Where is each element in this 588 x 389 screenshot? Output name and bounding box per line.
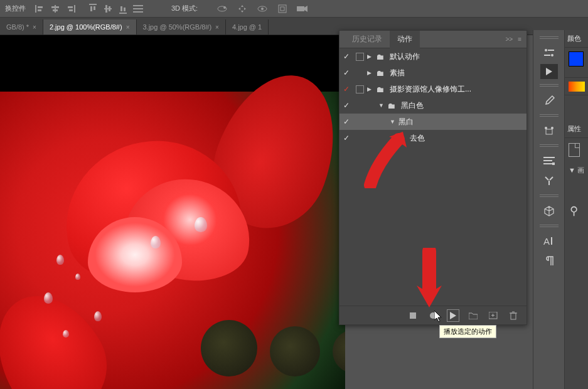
tab-label: GB/8) * bbox=[6, 23, 29, 31]
3d-orbit-icon[interactable] bbox=[215, 2, 229, 16]
svg-rect-46 bbox=[552, 163, 555, 165]
new-action-button[interactable] bbox=[488, 310, 499, 321]
close-icon[interactable]: × bbox=[215, 24, 219, 31]
svg-rect-26 bbox=[281, 7, 284, 11]
document-icon[interactable] bbox=[569, 143, 580, 157]
svg-rect-25 bbox=[279, 5, 286, 13]
document-tab[interactable]: 3.jpg @ 50%(RGB/8#) × bbox=[137, 19, 226, 35]
tab-label: 3.jpg @ 50%(RGB/8#) bbox=[143, 23, 212, 31]
play-button[interactable] bbox=[447, 310, 459, 321]
action-label: 素描 bbox=[390, 68, 405, 78]
align-top-icon[interactable] bbox=[86, 2, 100, 16]
foreground-color-swatch[interactable] bbox=[569, 51, 584, 67]
checkmark-icon[interactable]: ✓ bbox=[339, 134, 353, 142]
paragraph-styles-icon[interactable] bbox=[539, 152, 559, 169]
action-set-row[interactable]: ✓ ▶ 🖿 默认动作 bbox=[339, 48, 527, 65]
3d-camera-icon[interactable] bbox=[296, 2, 309, 16]
grip-icon[interactable] bbox=[540, 36, 559, 39]
3d-icon[interactable] bbox=[539, 202, 559, 220]
adjustments-icon[interactable] bbox=[539, 44, 559, 61]
distribute-icon[interactable] bbox=[131, 2, 145, 16]
grip-icon[interactable] bbox=[540, 225, 559, 227]
svg-rect-2 bbox=[38, 9, 41, 11]
tooltip: 播放选定的动作 bbox=[439, 325, 496, 338]
close-icon[interactable]: × bbox=[33, 24, 36, 31]
svg-rect-9 bbox=[89, 4, 97, 5]
expand-toggle[interactable]: ▶ bbox=[367, 86, 376, 92]
modal-toggle[interactable] bbox=[353, 85, 367, 93]
close-icon[interactable]: × bbox=[126, 24, 130, 31]
svg-point-36 bbox=[545, 49, 547, 51]
delete-button[interactable] bbox=[508, 310, 519, 321]
3d-scale-icon[interactable] bbox=[275, 2, 289, 16]
color-swatch-area[interactable] bbox=[565, 48, 588, 78]
new-set-button[interactable] bbox=[468, 310, 479, 321]
checkmark-icon[interactable]: ✓ bbox=[339, 117, 353, 126]
stop-button[interactable] bbox=[407, 310, 419, 321]
align-center-v-icon[interactable] bbox=[101, 2, 115, 16]
layers-collapse[interactable]: ▼ 画 bbox=[565, 162, 588, 179]
document-image bbox=[0, 92, 345, 389]
expand-toggle[interactable]: ▶ bbox=[367, 53, 376, 60]
action-set-row[interactable]: ✓ ▶ 🖿 素描 bbox=[339, 65, 527, 81]
svg-rect-15 bbox=[119, 13, 127, 14]
expand-toggle[interactable]: ▶ bbox=[367, 70, 376, 76]
action-label: 黑白色 bbox=[401, 100, 424, 111]
record-button[interactable] bbox=[427, 310, 439, 321]
canvas[interactable] bbox=[0, 35, 345, 389]
action-label: 摄影资源馆人像修饰工... bbox=[390, 84, 471, 95]
document-tab[interactable]: GB/8) * × bbox=[0, 19, 43, 35]
checkmark-icon[interactable]: ✓ bbox=[339, 52, 353, 61]
svg-rect-40 bbox=[546, 129, 552, 134]
actions-panel-footer bbox=[339, 306, 527, 324]
tools-icon[interactable] bbox=[539, 172, 559, 189]
properties-panel-tab[interactable]: 属性 bbox=[565, 120, 588, 138]
3d-pan-icon[interactable] bbox=[235, 2, 249, 16]
grip-icon[interactable] bbox=[540, 144, 559, 147]
actions-tab[interactable]: 动作 bbox=[390, 31, 420, 48]
action-step-row[interactable]: ✓ 去色 bbox=[339, 130, 527, 146]
svg-point-22 bbox=[223, 6, 226, 9]
action-row[interactable]: ✓ ▼ 黑白 bbox=[339, 114, 527, 130]
svg-point-41 bbox=[545, 127, 547, 129]
character-icon[interactable]: A bbox=[539, 232, 559, 250]
modal-toggle[interactable] bbox=[353, 53, 367, 61]
collapse-icon[interactable]: >> bbox=[505, 36, 513, 43]
align-right-icon[interactable] bbox=[63, 2, 77, 16]
action-set-row[interactable]: ✓ ▶ 🖿 摄影资源馆人像修饰工... bbox=[339, 81, 527, 97]
svg-rect-18 bbox=[133, 5, 143, 6]
svg-rect-28 bbox=[410, 312, 416, 319]
action-label: 默认动作 bbox=[390, 51, 420, 62]
link-icon[interactable]: ⚲ bbox=[570, 204, 588, 218]
svg-point-42 bbox=[551, 127, 553, 129]
expand-toggle[interactable]: ▼ bbox=[378, 102, 387, 109]
svg-rect-19 bbox=[133, 8, 143, 9]
play-action-icon[interactable] bbox=[540, 64, 558, 79]
grip-icon[interactable] bbox=[540, 114, 559, 117]
svg-rect-12 bbox=[104, 8, 112, 9]
grip-icon[interactable] bbox=[540, 194, 559, 197]
expand-toggle[interactable]: ▼ bbox=[390, 119, 398, 125]
gradient-swatch[interactable] bbox=[569, 82, 585, 92]
document-tab[interactable]: 4.jpg @ 1 bbox=[226, 19, 269, 35]
checkmark-icon[interactable]: ✓ bbox=[339, 85, 353, 93]
right-icon-strip: A bbox=[533, 30, 564, 389]
grip-icon[interactable] bbox=[540, 84, 559, 87]
paragraph-icon[interactable] bbox=[539, 252, 559, 270]
action-set-row[interactable]: ✓ ▼ 🖿 黑白色 bbox=[339, 97, 527, 114]
color-panel-tab[interactable]: 颜色 bbox=[565, 30, 588, 48]
brush-icon[interactable] bbox=[539, 92, 559, 109]
history-tab[interactable]: 历史记录 bbox=[345, 31, 390, 48]
checkmark-icon[interactable]: ✓ bbox=[339, 101, 353, 110]
align-center-h-icon[interactable] bbox=[48, 2, 62, 16]
3d-slide-icon[interactable] bbox=[255, 2, 269, 16]
gradient-area bbox=[565, 78, 588, 95]
align-left-icon[interactable] bbox=[33, 2, 47, 16]
document-tab[interactable]: 2.jpg @ 100%(RGB/8#) × bbox=[43, 19, 137, 35]
checkmark-icon[interactable]: ✓ bbox=[339, 68, 353, 77]
align-bottom-icon[interactable] bbox=[116, 2, 130, 16]
folder-icon: 🖿 bbox=[376, 68, 387, 78]
clone-source-icon[interactable] bbox=[539, 122, 559, 139]
panel-menu-icon[interactable]: ≡ bbox=[518, 36, 521, 43]
svg-rect-17 bbox=[124, 8, 126, 11]
